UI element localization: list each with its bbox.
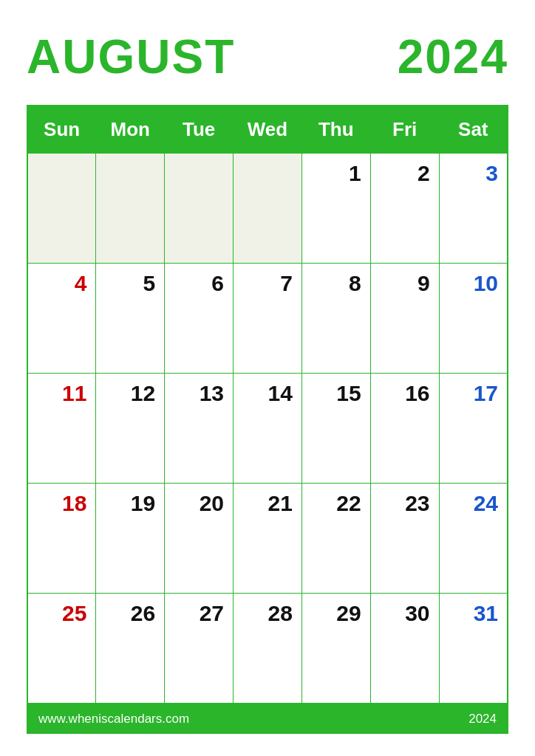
day-number: 11 [37, 381, 86, 406]
month-title: AUGUST [27, 30, 235, 84]
calendar-cell [96, 154, 165, 264]
calendar-cell: 22 [301, 484, 370, 594]
week-row-1: 123 [27, 154, 508, 264]
calendar-cell: 11 [27, 374, 96, 484]
calendar-cell: 14 [234, 374, 302, 484]
day-number: 27 [174, 601, 224, 626]
weekday-header-sat: Sat [439, 106, 508, 154]
day-number: 16 [380, 381, 430, 406]
day-number: 24 [449, 491, 498, 516]
calendar-cell: 23 [370, 484, 439, 594]
day-number: 18 [37, 491, 86, 516]
weekday-header-tue: Tue [165, 106, 234, 154]
weekday-header-thu: Thu [301, 106, 370, 154]
calendar-cell: 10 [439, 264, 508, 374]
calendar-header: AUGUST 2024 [27, 30, 508, 84]
calendar-cell [165, 154, 234, 264]
calendar-cell: 20 [165, 484, 234, 594]
weekday-header-mon: Mon [96, 106, 165, 154]
day-number: 14 [242, 381, 293, 406]
day-number: 12 [105, 381, 155, 406]
calendar-cell: 1 [301, 154, 370, 264]
calendar-cell: 3 [439, 154, 508, 264]
footer-website: www.wheniscalendars.com [38, 712, 189, 726]
calendar-cell: 19 [96, 484, 165, 594]
calendar-cell: 12 [96, 374, 165, 484]
day-number: 25 [37, 601, 86, 626]
day-number: 30 [380, 601, 430, 626]
day-number: 15 [311, 381, 361, 406]
footer-year: 2024 [468, 712, 497, 726]
calendar-cell: 17 [439, 374, 508, 484]
calendar-cell: 9 [370, 264, 439, 374]
calendar-cell: 26 [96, 594, 165, 704]
day-number: 20 [174, 491, 224, 516]
calendar-cell: 30 [370, 594, 439, 704]
day-number: 7 [242, 271, 293, 296]
calendar-cell [234, 154, 302, 264]
day-number: 17 [449, 381, 498, 406]
calendar-cell: 31 [439, 594, 508, 704]
weekday-header-fri: Fri [370, 106, 439, 154]
calendar-cell: 5 [96, 264, 165, 374]
weekday-header-wed: Wed [234, 106, 302, 154]
day-number: 8 [311, 271, 361, 296]
day-number: 23 [380, 491, 430, 516]
calendar-cell: 24 [439, 484, 508, 594]
week-row-3: 11121314151617 [27, 374, 508, 484]
day-number: 28 [242, 601, 293, 626]
calendar-cell: 18 [27, 484, 96, 594]
day-number: 26 [105, 601, 155, 626]
calendar-page: AUGUST 2024 SunMonTueWedThuFriSat 123456… [0, 0, 535, 756]
calendar-cell: 7 [234, 264, 302, 374]
calendar-cell: 8 [301, 264, 370, 374]
week-row-2: 45678910 [27, 264, 508, 374]
day-number: 29 [311, 601, 361, 626]
day-number: 22 [311, 491, 361, 516]
week-row-5: 25262728293031 [27, 594, 508, 704]
day-number: 5 [105, 271, 155, 296]
calendar-cell [27, 154, 96, 264]
weekday-header-sun: Sun [27, 106, 96, 154]
day-number: 21 [242, 491, 293, 516]
day-number: 10 [449, 271, 498, 296]
day-number: 13 [174, 381, 224, 406]
calendar-cell: 6 [165, 264, 234, 374]
calendar-cell: 28 [234, 594, 302, 704]
calendar-cell: 2 [370, 154, 439, 264]
calendar-cell: 21 [234, 484, 302, 594]
calendar-footer: www.wheniscalendars.com 2024 [27, 704, 508, 734]
calendar-cell: 27 [165, 594, 234, 704]
calendar-cell: 29 [301, 594, 370, 704]
week-row-4: 18192021222324 [27, 484, 508, 594]
calendar-cell: 4 [27, 264, 96, 374]
day-number: 2 [380, 161, 430, 186]
weekday-header-row: SunMonTueWedThuFriSat [27, 106, 508, 154]
day-number: 6 [174, 271, 224, 296]
day-number: 3 [449, 161, 498, 186]
year-title: 2024 [398, 30, 508, 84]
day-number: 1 [311, 161, 361, 186]
day-number: 4 [37, 271, 86, 296]
day-number: 9 [380, 271, 430, 296]
calendar-cell: 16 [370, 374, 439, 484]
day-number: 31 [449, 601, 498, 626]
calendar-cell: 15 [301, 374, 370, 484]
day-number: 19 [105, 491, 155, 516]
calendar-table: SunMonTueWedThuFriSat 123456789101112131… [27, 105, 508, 704]
calendar-cell: 13 [165, 374, 234, 484]
calendar-cell: 25 [27, 594, 96, 704]
